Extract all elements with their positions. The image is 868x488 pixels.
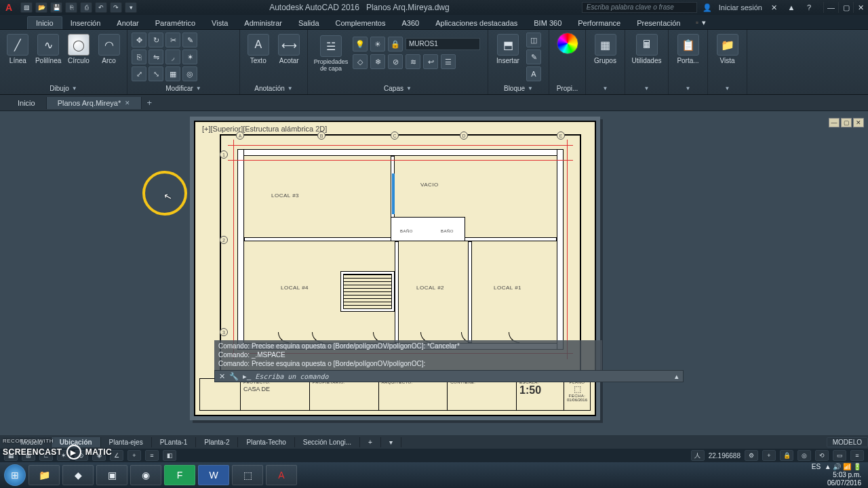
chevron-down-icon[interactable]: ▼: [72, 85, 77, 92]
lock-icon[interactable]: 🔒: [780, 450, 793, 461]
tab-vista[interactable]: Vista: [203, 17, 236, 29]
lock-icon[interactable]: 🔒: [388, 37, 403, 52]
viewport-maximize[interactable]: ▢: [841, 118, 852, 127]
layer-iso-icon[interactable]: ◇: [353, 54, 368, 69]
system-tray[interactable]: ES ▲ 🔊 📶 🔋 5:03 p.m. 06/07/2016: [812, 463, 864, 487]
tool-texto[interactable]: ATexto: [244, 33, 273, 64]
chevron-down-icon[interactable]: ▼: [725, 85, 730, 92]
copy-icon[interactable]: ⎘: [132, 49, 146, 64]
block-create-icon[interactable]: ◫: [526, 33, 541, 47]
view-button[interactable]: 📁Vista: [712, 33, 743, 64]
workspace[interactable]: — ▢ ✕ ↖ [+][Superior][Estructura alámbri…: [0, 111, 868, 435]
qat-save-icon[interactable]: 💾: [50, 2, 62, 13]
taskbar-chrome-icon[interactable]: ◉: [130, 465, 161, 485]
sun-icon[interactable]: ☀: [370, 37, 385, 52]
utilities-button[interactable]: 🖩Utilidades: [631, 33, 663, 64]
chevron-down-icon[interactable]: ▼: [686, 85, 691, 92]
chevron-down-icon[interactable]: ▼: [528, 85, 533, 92]
qat-print-icon[interactable]: ⎙: [80, 2, 92, 13]
customize-icon[interactable]: ≡: [850, 450, 864, 461]
layer-prev-icon[interactable]: ↩: [423, 54, 438, 69]
qat-open-icon[interactable]: 📂: [35, 2, 47, 13]
taskbar-recorder-icon[interactable]: ⬚: [232, 465, 263, 485]
stretch-icon[interactable]: ⤢: [132, 66, 146, 81]
gear-icon[interactable]: ⚙: [745, 450, 758, 461]
chevron-down-icon[interactable]: ▼: [644, 85, 650, 92]
chevron-down-icon[interactable]: ▼: [288, 85, 293, 92]
minimize-button[interactable]: —: [823, 2, 838, 13]
tab-bim360[interactable]: BIM 360: [526, 17, 570, 29]
bulb-icon[interactable]: 💡: [353, 37, 368, 52]
cleanscreen-icon[interactable]: ▭: [833, 450, 846, 461]
block-edit-icon[interactable]: ✎: [526, 49, 541, 64]
tab-insercion[interactable]: Inserción: [62, 17, 109, 29]
viewport-close[interactable]: ✕: [853, 118, 864, 127]
tool-arco[interactable]: ◠Arco: [95, 33, 123, 64]
layout-planta2[interactable]: Planta-2: [196, 437, 238, 447]
maximize-button[interactable]: ▢: [838, 2, 853, 13]
tool-acotar[interactable]: ⟷Acotar: [275, 33, 304, 64]
a360-icon[interactable]: ▲: [785, 2, 797, 13]
close-button[interactable]: ✕: [853, 2, 868, 13]
tab-complementos[interactable]: Complementos: [328, 17, 394, 29]
help-search-input[interactable]: Escriba palabra clave o frase: [582, 2, 697, 13]
taskbar-autocad-icon[interactable]: A: [266, 465, 297, 485]
chevron-down-icon[interactable]: ▼: [603, 85, 608, 92]
layout-seccion[interactable]: Sección Longi...: [295, 437, 360, 447]
cmd-up-icon[interactable]: ▴: [675, 372, 679, 381]
tab-extra-icon[interactable]: ▪️▾: [688, 16, 710, 29]
erase-icon[interactable]: ✎: [182, 33, 197, 47]
hardware-icon[interactable]: ⟲: [815, 450, 829, 461]
tab-a360[interactable]: A360: [394, 17, 428, 29]
signin-label[interactable]: Iniciar sesión: [719, 3, 762, 12]
rotate-icon[interactable]: ↻: [149, 33, 163, 47]
taskbar-app3-icon[interactable]: F: [164, 465, 195, 485]
scale-value[interactable]: 22.196688: [709, 452, 741, 460]
new-tab-button[interactable]: +: [142, 98, 157, 108]
isolate-icon[interactable]: ◎: [797, 450, 811, 461]
qat-redo-icon[interactable]: ↷: [110, 2, 122, 13]
tool-linea[interactable]: ╱Línea: [4, 33, 32, 64]
annoscale-icon[interactable]: 人: [691, 450, 705, 461]
taskbar-app2-icon[interactable]: ▣: [96, 465, 127, 485]
explode-icon[interactable]: ✶: [182, 49, 197, 64]
qat-new-icon[interactable]: ▧: [20, 2, 33, 13]
chevron-down-icon[interactable]: ▼: [196, 85, 201, 92]
layout-menu-icon[interactable]: ▾: [381, 437, 401, 447]
array-icon[interactable]: ▦: [165, 66, 180, 81]
qat-saveas-icon[interactable]: ⎘: [65, 2, 77, 13]
signin-icon[interactable]: 👤: [701, 2, 713, 13]
viewport-minimize[interactable]: —: [829, 118, 840, 127]
block-attr-icon[interactable]: A: [526, 66, 541, 81]
tool-insertar[interactable]: ⬒Insertar: [492, 33, 524, 64]
trim-icon[interactable]: ✂: [165, 33, 180, 47]
groups-button[interactable]: ▦Grupos: [590, 33, 620, 64]
layout-planta1[interactable]: PLanta-1: [152, 437, 197, 447]
doc-tab-file[interactable]: Planos Arq.Mireya*✕: [47, 97, 142, 109]
plus-icon[interactable]: +: [762, 450, 776, 461]
cmd-wrench-icon[interactable]: 🔧: [229, 372, 239, 381]
tab-aplicaciones[interactable]: Aplicaciones destacadas: [427, 17, 526, 29]
tab-presentacion[interactable]: Presentación: [629, 17, 688, 29]
chevron-down-icon[interactable]: ▼: [406, 85, 412, 92]
mirror-icon[interactable]: ⇋: [149, 49, 163, 64]
tab-salida[interactable]: Salida: [290, 17, 328, 29]
layout-techo[interactable]: Planta-Techo: [238, 437, 294, 447]
layer-freeze-icon[interactable]: ❄: [370, 54, 385, 69]
layer-off-icon[interactable]: ⊘: [388, 54, 403, 69]
tab-inicio[interactable]: Inicio: [27, 16, 62, 29]
offset-icon[interactable]: ◎: [182, 66, 197, 81]
transparency-icon[interactable]: ◧: [163, 450, 176, 461]
space-toggle[interactable]: MODELO: [827, 437, 868, 447]
layer-properties-button[interactable]: ☱Propiedades de capa: [312, 34, 350, 72]
tray-lang[interactable]: ES: [812, 463, 821, 470]
taskbar-explorer-icon[interactable]: 📁: [28, 465, 60, 485]
qat-undo-icon[interactable]: ↶: [95, 2, 107, 13]
close-icon[interactable]: ✕: [125, 100, 130, 106]
start-button[interactable]: ⊞: [4, 464, 26, 486]
doc-tab-inicio[interactable]: Inicio: [7, 97, 47, 109]
cmd-close-icon[interactable]: ✕: [219, 372, 225, 381]
tab-anotar[interactable]: Anotar: [108, 17, 146, 29]
qat-more-icon[interactable]: ▾: [125, 2, 137, 13]
viewport-label[interactable]: [+][Superior][Estructura alámbrica 2D]: [202, 125, 327, 133]
